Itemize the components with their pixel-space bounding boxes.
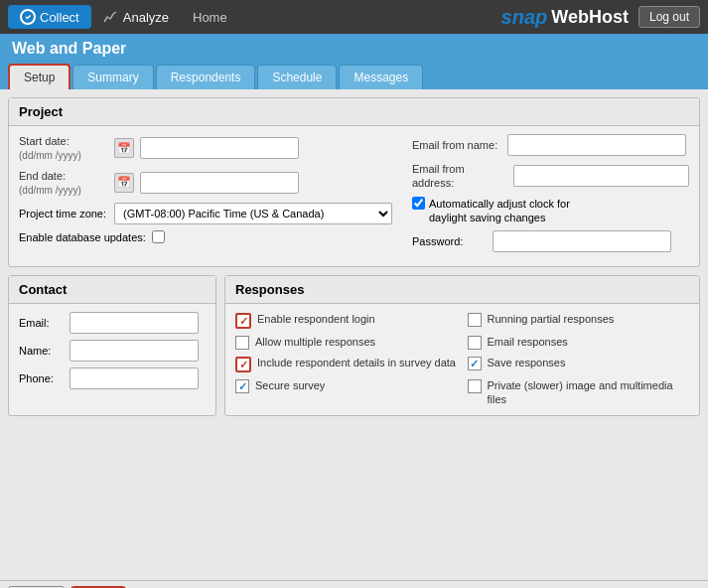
email-from-address-label: Email from address: [412, 162, 507, 191]
snap-logo: snap WebHost [501, 6, 629, 29]
tab-respondents[interactable]: Respondents [156, 65, 256, 89]
contact-panel-body: Email: Name: Phone: [9, 304, 215, 403]
private-image-label: Private (slower) image and multimedia fi… [488, 378, 690, 407]
start-date-row: Start date: (dd/mm /yyyy) 📅 [19, 134, 392, 163]
enable-login-checkbox[interactable]: ✓ [235, 313, 251, 329]
allow-multiple-checkbox[interactable] [235, 336, 249, 350]
contact-panel: Contact Email: Name: Phone: [8, 275, 216, 416]
daylight-saving-checkbox[interactable] [412, 197, 425, 210]
contact-email-input[interactable] [70, 312, 199, 334]
private-image-checkbox[interactable] [468, 379, 482, 393]
responses-grid: ✓ Enable respondent login Running partia… [235, 312, 689, 407]
contact-phone-label: Phone: [19, 372, 64, 384]
save-responses-checkbox[interactable]: ✓ [468, 357, 482, 370]
allow-multiple-label: Allow multiple responses [255, 335, 375, 349]
running-partial-label: Running partial responses [488, 312, 615, 326]
email-responses-label: Email responses [488, 335, 568, 349]
collect-nav-button[interactable]: Collect [8, 5, 91, 29]
enable-db-label: Enable database updates: [19, 231, 146, 243]
enable-login-label: Enable respondent login [257, 312, 375, 326]
tab-summary[interactable]: Summary [72, 65, 153, 89]
response-item-private-image: Private (slower) image and multimedia fi… [468, 378, 690, 407]
start-date-input[interactable] [140, 137, 299, 159]
email-from-name-row: Email from name: [412, 134, 689, 156]
end-date-label: End date: (dd/mm /yyyy) [19, 169, 108, 198]
collect-icon [20, 9, 36, 25]
timezone-label: Project time zone: [19, 208, 108, 220]
email-from-name-input[interactable] [507, 134, 686, 156]
bottom-layout: Contact Email: Name: Phone: Responses [8, 275, 700, 424]
end-date-calendar-icon[interactable]: 📅 [114, 173, 134, 193]
project-panel-body: Start date: (dd/mm /yyyy) 📅 End date: (d… [9, 126, 699, 266]
password-row: Password: [412, 230, 689, 252]
project-panel-title: Project [9, 98, 699, 126]
project-right-col: Email from name: Email from address: Aut… [412, 134, 689, 258]
response-item-running-partial: Running partial responses [468, 312, 690, 329]
daylight-saving-label: Automatically adjust clock for daylight … [429, 197, 608, 225]
end-date-input[interactable] [140, 172, 299, 194]
password-label: Password: [412, 235, 487, 247]
tab-messages[interactable]: Messages [339, 65, 423, 89]
timezone-row: Project time zone: (GMT-08:00) Pacific T… [19, 203, 392, 224]
response-item-email-responses: Email responses [468, 335, 690, 350]
project-panel: Project Start date: (dd/mm /yyyy) 📅 [8, 97, 700, 267]
home-nav-button[interactable]: Home [181, 6, 239, 29]
project-layout: Start date: (dd/mm /yyyy) 📅 End date: (d… [19, 134, 689, 258]
main-content: Project Start date: (dd/mm /yyyy) 📅 [0, 89, 708, 580]
response-item-save-responses: ✓ Save responses [468, 356, 690, 372]
contact-name-input[interactable] [70, 340, 199, 362]
contact-name-label: Name: [19, 345, 64, 357]
include-respondent-label: Include respondent details in survey dat… [257, 356, 456, 369]
response-item-secure-survey: ✓ Secure survey [235, 378, 458, 407]
include-respondent-checkbox[interactable]: ✓ [235, 357, 251, 372]
password-input[interactable] [493, 230, 671, 252]
footer-bar: Reset Save [0, 580, 708, 588]
response-item-include-respondent: ✓ Include respondent details in survey d… [235, 356, 458, 372]
responses-panel-title: Responses [225, 276, 699, 304]
start-date-label: Start date: (dd/mm /yyyy) [19, 134, 108, 163]
page-title: Web and Paper [0, 34, 708, 64]
contact-panel-title: Contact [9, 276, 215, 304]
analyze-nav-button[interactable]: Analyze [91, 6, 181, 29]
response-item-allow-multiple: Allow multiple responses [235, 335, 458, 350]
timezone-select[interactable]: (GMT-08:00) Pacific Time (US & Canada) [114, 203, 392, 224]
start-date-calendar-icon[interactable]: 📅 [114, 138, 134, 158]
enable-db-row: Enable database updates: [19, 230, 392, 243]
tab-setup[interactable]: Setup [8, 64, 71, 89]
tab-bar: Setup Summary Respondents Schedule Messa… [0, 64, 708, 89]
responses-panel-body: ✓ Enable respondent login Running partia… [225, 304, 699, 415]
responses-panel: Responses ✓ Enable respondent login Runn… [224, 275, 700, 416]
top-nav-right: snap WebHost Log out [501, 6, 700, 29]
project-left-col: Start date: (dd/mm /yyyy) 📅 End date: (d… [19, 134, 392, 258]
email-from-address-row: Email from address: [412, 162, 689, 191]
top-navigation: Collect Analyze Home snap WebHost Log ou… [0, 0, 708, 34]
secure-survey-checkbox[interactable]: ✓ [235, 379, 249, 393]
email-from-name-label: Email from name: [412, 138, 501, 152]
logout-button[interactable]: Log out [638, 6, 700, 28]
running-partial-checkbox[interactable] [468, 313, 482, 327]
tab-schedule[interactable]: Schedule [257, 65, 337, 89]
contact-name-row: Name: [19, 340, 206, 362]
analyze-icon [103, 10, 117, 24]
contact-phone-input[interactable] [70, 368, 199, 389]
response-item-enable-login: ✓ Enable respondent login [235, 312, 458, 329]
contact-phone-row: Phone: [19, 368, 206, 389]
daylight-saving-row: Automatically adjust clock for daylight … [412, 197, 689, 225]
end-date-row: End date: (dd/mm /yyyy) 📅 [19, 169, 392, 198]
secure-survey-label: Secure survey [255, 378, 325, 392]
enable-db-checkbox[interactable] [152, 230, 165, 243]
save-responses-label: Save responses [488, 356, 566, 369]
email-from-address-input[interactable] [513, 165, 689, 187]
contact-email-row: Email: [19, 312, 206, 334]
contact-email-label: Email: [19, 317, 64, 329]
email-responses-checkbox[interactable] [468, 336, 482, 350]
